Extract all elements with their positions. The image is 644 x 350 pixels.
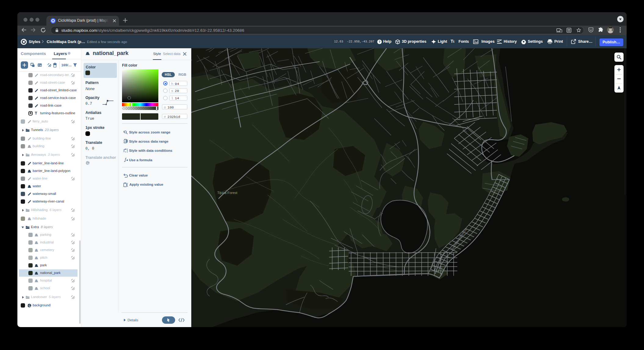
svg-text:Tijuca Forest: Tijuca Forest <box>217 191 238 195</box>
svg-text:?: ? <box>379 40 380 44</box>
